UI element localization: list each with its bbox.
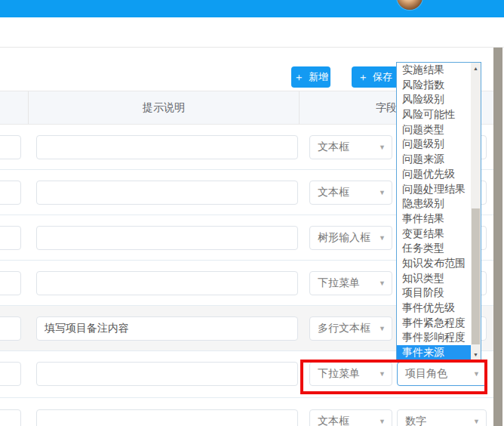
field-type-select[interactable]: 文本框 ▼ [309,181,392,205]
chevron-down-icon: ▼ [379,418,386,425]
save-button[interactable]: ＋ 保存 [352,66,398,88]
tip-input[interactable] [36,409,298,426]
select-value: 树形输入框 [318,231,370,245]
dropdown-option[interactable]: 隐患级别 [397,196,471,211]
field-source-select[interactable]: 数字 ▼ [397,409,487,426]
dropdown-option[interactable]: 知识类型 [397,271,471,286]
dropdown-option[interactable]: 问题优先级 [397,167,471,182]
chevron-down-icon: ▼ [473,370,480,378]
user-avatar[interactable] [397,0,423,10]
select-value: 下拉菜单 [318,367,360,381]
chevron-down-icon: ▼ [379,234,386,242]
plus-icon: ＋ [293,66,304,88]
divider [0,47,504,48]
field-name-input[interactable] [0,135,21,159]
scroll-up-icon[interactable]: ▲ [471,63,481,73]
tip-input[interactable] [36,362,298,386]
field-name-input[interactable] [0,409,21,426]
dropdown-option-list: 实施结果 风险指数 风险级别 风险可能性 问题类型 问题级别 问题来源 问题优先… [397,63,471,360]
chevron-down-icon: ▼ [473,418,480,425]
tip-input[interactable] [36,271,298,295]
chevron-down-icon: ▼ [379,279,386,287]
add-button[interactable]: ＋ 新增 [291,66,330,88]
open-dropdown-panel: 实施结果 风险指数 风险级别 风险可能性 问题类型 问题级别 问题来源 问题优先… [396,62,481,361]
select-value: 多行文本框 [318,322,370,335]
dropdown-option[interactable]: 知识发布范围 [397,256,471,271]
save-button-label: 保存 [373,66,392,88]
select-value: 下拉菜单 [318,276,360,290]
dropdown-option[interactable]: 事件优先级 [397,301,471,316]
chevron-down-icon: ▼ [379,144,386,151]
plus-icon: ＋ [358,66,368,88]
chevron-down-icon: ▼ [379,189,386,196]
dropdown-option[interactable]: 任务类型 [397,241,471,256]
select-value: 数字 [405,415,426,426]
field-name-input[interactable] [0,271,21,295]
field-source-select-focused[interactable]: 项目角色 ▼ [397,362,487,386]
field-type-select[interactable]: 多行文本框 ▼ [309,316,392,341]
header-cell-blank [0,91,29,124]
top-navigation-bar [0,0,504,17]
chevron-down-icon: ▼ [379,325,386,332]
scroll-down-icon[interactable]: ▼ [471,350,481,360]
field-type-select[interactable]: 文本框 ▼ [309,409,392,426]
tip-input[interactable] [36,181,298,205]
dropdown-option[interactable]: 问题来源 [397,152,471,167]
field-type-select[interactable]: 下拉菜单 ▼ [309,271,392,295]
dropdown-option[interactable]: 事件紧急程度 [397,316,471,331]
dropdown-option[interactable]: 事件影响程度 [397,330,471,345]
field-type-select[interactable]: 树形输入框 ▼ [309,226,392,250]
tip-input[interactable] [36,135,298,159]
dropdown-option[interactable]: 项目阶段 [397,286,471,301]
dropdown-option[interactable]: 问题类型 [397,122,471,137]
add-button-label: 新增 [309,66,328,88]
screen: ＋ 新增 ＋ 保存 提示说明 字段类型 文本框 ▼ ▼ 文本框 ▼ ▼ [0,0,504,426]
dropdown-option[interactable]: 风险可能性 [397,107,471,122]
field-type-select[interactable]: 下拉菜单 ▼ [309,362,392,386]
field-name-input[interactable] [0,181,21,205]
header-cell-tip: 提示说明 [29,91,300,124]
dropdown-option-selected[interactable]: 事件来源 [397,345,471,360]
field-type-select[interactable]: 文本框 ▼ [309,135,392,159]
tip-input[interactable] [36,316,298,341]
field-name-input[interactable] [0,362,21,386]
page-scrollbar[interactable] [493,48,502,426]
table-row: 文本框 ▼ 数字 ▼ [0,398,494,426]
select-value: 文本框 [318,140,349,154]
dropdown-option[interactable]: 实施结果 [397,63,471,78]
field-name-input[interactable] [0,316,21,341]
field-name-input[interactable] [0,226,21,250]
select-value: 文本框 [318,186,349,199]
dropdown-option[interactable]: 变更结果 [397,227,471,242]
select-value: 项目角色 [405,367,447,381]
dropdown-option[interactable]: 问题级别 [397,137,471,152]
dropdown-option[interactable]: 风险指数 [397,78,471,93]
chevron-down-icon: ▼ [379,370,386,378]
dropdown-option[interactable]: 事件结果 [397,211,471,227]
dropdown-option[interactable]: 问题处理结果 [397,182,471,197]
dropdown-scrollbar[interactable]: ▲ ▼ [471,63,481,360]
tip-input[interactable] [36,226,298,250]
select-value: 文本框 [318,415,349,426]
dropdown-scroll-thumb[interactable] [472,208,480,344]
dropdown-option[interactable]: 风险级别 [397,92,471,107]
